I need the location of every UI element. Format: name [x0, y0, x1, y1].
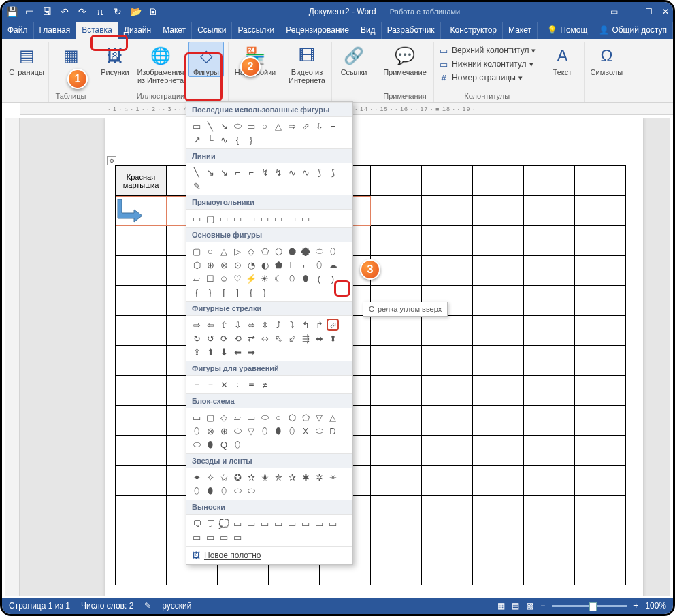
- shape-item[interactable]: ≠: [259, 378, 271, 391]
- shape-item[interactable]: ⇳: [259, 319, 271, 331]
- shape-item[interactable]: ⇩: [231, 319, 244, 331]
- shape-item[interactable]: ▭: [191, 531, 203, 543]
- shape-item[interactable]: ▭: [272, 517, 284, 530]
- shape-item[interactable]: ⇪: [191, 346, 203, 358]
- shape-item[interactable]: ☐: [204, 272, 216, 285]
- shape-item[interactable]: ↺: [204, 332, 216, 344]
- shape-item[interactable]: ✧: [204, 471, 216, 483]
- shape-item[interactable]: ↯: [272, 166, 284, 178]
- shape-item[interactable]: {: [191, 286, 203, 298]
- shape-item[interactable]: ⬮: [299, 272, 312, 285]
- shape-item[interactable]: }: [245, 133, 257, 146]
- shape-item[interactable]: ⬭: [231, 120, 244, 132]
- links-button[interactable]: 🔗Ссылки: [336, 42, 372, 77]
- shape-item[interactable]: ✎: [191, 180, 203, 192]
- ribbon-toggle-icon[interactable]: ▭: [610, 7, 618, 16]
- status-page[interactable]: Страница 1 из 1: [9, 601, 70, 611]
- web-layout-icon[interactable]: ▩: [526, 601, 533, 611]
- shapes-dropdown[interactable]: Последние использованные фигуры ▭╲↘⬭▭○△⇨…: [186, 101, 353, 565]
- shape-item[interactable]: ⬆: [204, 346, 216, 358]
- tab-review[interactable]: Рецензирование: [280, 22, 355, 39]
- shape-item[interactable]: ⬃: [286, 332, 298, 344]
- shape-item[interactable]: ⬭: [231, 425, 244, 437]
- shape-item[interactable]: ⟆: [327, 166, 339, 178]
- status-words[interactable]: Число слов: 2: [81, 601, 133, 611]
- shape-item[interactable]: ╲: [204, 120, 216, 132]
- shape-item[interactable]: ✪: [231, 471, 244, 483]
- shape-item[interactable]: ⊗: [218, 259, 230, 271]
- shape-item[interactable]: △: [218, 245, 230, 257]
- shape-item[interactable]: ⬭: [259, 411, 271, 423]
- tab-file[interactable]: Файл: [2, 22, 34, 39]
- shape-item[interactable]: ⬯: [286, 272, 298, 285]
- tab-home[interactable]: Главная: [34, 22, 77, 39]
- shape-item[interactable]: ✩: [218, 471, 230, 483]
- shape-item[interactable]: ↘: [204, 166, 216, 178]
- shape-item[interactable]: ⬡: [286, 411, 298, 423]
- shape-item[interactable]: {: [245, 286, 257, 298]
- shape-item[interactable]: ⬟: [272, 259, 284, 271]
- preview-icon[interactable]: 🗎: [148, 6, 159, 17]
- shape-item[interactable]: ⌐: [327, 120, 339, 132]
- shape-item[interactable]: ⚡: [245, 272, 257, 285]
- shape-item[interactable]: ⬯: [231, 438, 244, 451]
- shape-item[interactable]: }: [259, 286, 271, 298]
- shape-item[interactable]: ⇨: [286, 120, 298, 132]
- shape-item[interactable]: }: [204, 286, 216, 298]
- undo-icon[interactable]: ↶: [59, 6, 70, 17]
- shape-item[interactable]: ⊗: [204, 425, 216, 437]
- tab-design[interactable]: Дизайн: [118, 22, 157, 39]
- shape-item[interactable]: ▱: [231, 411, 244, 423]
- shape-item[interactable]: ○: [259, 120, 271, 132]
- shape-item[interactable]: D: [327, 425, 339, 437]
- shape-item[interactable]: ⊙: [231, 259, 244, 271]
- shape-item[interactable]: ⬯: [191, 485, 203, 497]
- shape-item[interactable]: ╲: [191, 166, 203, 178]
- tab-help[interactable]: 💡Помощ: [542, 22, 593, 39]
- shape-item[interactable]: ⇩: [313, 120, 325, 132]
- tab-view[interactable]: Вид: [355, 22, 382, 39]
- shape-item[interactable]: L: [286, 259, 298, 271]
- shape-item[interactable]: ÷: [231, 378, 244, 391]
- shape-item[interactable]: └: [204, 133, 216, 146]
- shape-item[interactable]: [: [218, 286, 230, 298]
- shape-item[interactable]: ⬯: [191, 425, 203, 437]
- shape-item[interactable]: ○: [204, 245, 216, 257]
- symbols-button[interactable]: ΩСимволы: [589, 42, 624, 77]
- shape-item[interactable]: ∿: [218, 133, 230, 146]
- shape-item[interactable]: －: [204, 378, 216, 391]
- shape-item[interactable]: ⬯: [313, 259, 325, 271]
- save-icon[interactable]: 💾: [6, 6, 17, 17]
- shape-item[interactable]: ▱: [191, 272, 203, 285]
- repeat-icon[interactable]: ↻: [112, 6, 123, 17]
- shape-item[interactable]: ▭: [245, 212, 257, 225]
- shape-item[interactable]: ⬭: [245, 485, 257, 497]
- shape-item[interactable]: ⬇: [218, 346, 230, 358]
- shape-item[interactable]: ⤴: [272, 319, 284, 331]
- shape-item[interactable]: ↯: [259, 166, 271, 178]
- zoom-level[interactable]: 100%: [645, 601, 666, 611]
- shape-item[interactable]: ▭: [245, 517, 257, 530]
- shape-item[interactable]: ⬠: [259, 245, 271, 257]
- shape-item[interactable]: ↘: [218, 166, 230, 178]
- shape-item[interactable]: ➡: [245, 346, 257, 358]
- shape-item[interactable]: ⬠: [299, 411, 312, 423]
- new-canvas-item[interactable]: 🖼Новое полотно: [186, 546, 352, 564]
- shape-item[interactable]: ∿: [286, 166, 298, 178]
- header-button[interactable]: ▭Верхний колонтитул ▾: [438, 44, 536, 56]
- shape-item[interactable]: ⬅: [231, 346, 244, 358]
- shape-item[interactable]: ◇: [245, 245, 257, 257]
- shape-item[interactable]: ▭: [313, 517, 325, 530]
- shape-item[interactable]: ▭: [286, 212, 298, 225]
- shape-item[interactable]: ☺: [218, 272, 230, 285]
- shape-item[interactable]: ⇦: [204, 319, 216, 331]
- spellcheck-icon[interactable]: ✎: [144, 601, 151, 611]
- pages-button[interactable]: ▤Страницы: [9, 42, 44, 77]
- shape-item[interactable]: 🗨: [191, 517, 203, 530]
- shape-item[interactable]: △: [327, 411, 339, 423]
- pictures-button[interactable]: 🖼Рисунки: [97, 42, 133, 77]
- shape-item[interactable]: ⬄: [259, 332, 271, 344]
- video-button[interactable]: 🎞Видео из Интернета: [286, 42, 327, 85]
- tab-share[interactable]: 👤Общий доступ: [593, 22, 673, 39]
- shape-item[interactable]: ⌐: [299, 259, 312, 271]
